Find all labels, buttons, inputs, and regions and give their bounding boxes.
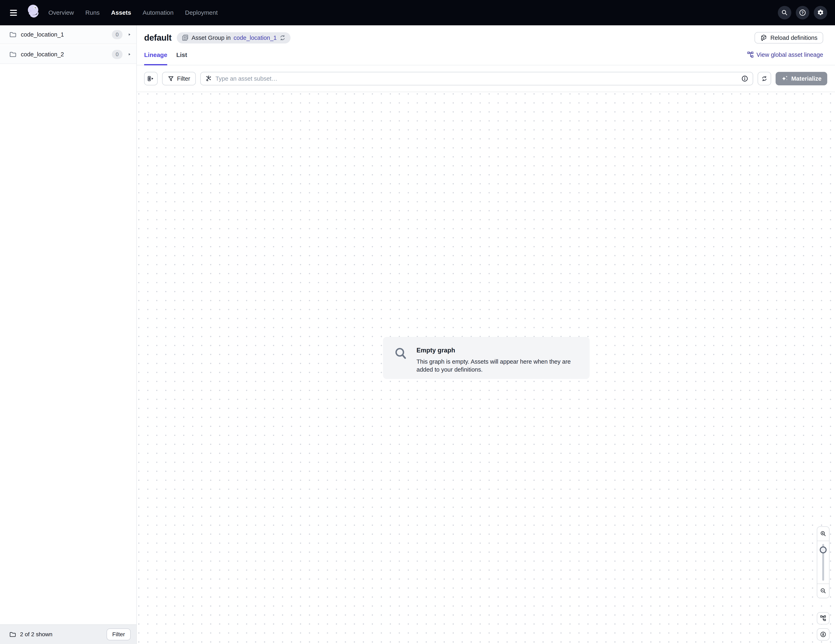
view-global-asset-lineage-link[interactable]: View global asset lineage (747, 52, 823, 58)
sidebar-footer: 2 of 2 shown Filter (0, 624, 136, 644)
search-icon (781, 9, 788, 16)
nav-item-assets[interactable]: Assets (111, 9, 131, 16)
materialize-label: Materialize (791, 75, 822, 82)
zoom-slider-thumb[interactable] (820, 546, 827, 553)
nav-item-runs[interactable]: Runs (85, 9, 100, 16)
download-image-button[interactable] (817, 628, 830, 641)
zoom-control-panel (817, 526, 830, 598)
location-name: code_location_2 (21, 51, 107, 58)
asset-subset-input[interactable] (215, 75, 738, 82)
asset-group-content: default Asset Group in code_location_1 (137, 25, 835, 644)
shown-count-summary: 2 of 2 shown (20, 631, 52, 637)
asset-subset-input-wrapper (200, 72, 753, 85)
magnifier-icon (394, 347, 408, 361)
sidebar-item-code-location-2[interactable]: code_location_2 0 (0, 45, 136, 64)
badge-prefix-text: Asset Group in (192, 34, 231, 41)
empty-graph-card: Empty graph This graph is empty. Assets … (383, 337, 590, 379)
lineage-toolbar: Filter (137, 65, 835, 92)
filter-button-label: Filter (177, 75, 190, 82)
settings-button[interactable] (814, 6, 827, 20)
zoom-out-icon (820, 588, 827, 594)
asset-count-badge: 0 (112, 30, 122, 39)
lineage-graph-icon (747, 52, 754, 58)
primary-nav: Overview Runs Assets Automation Deployme… (49, 9, 218, 16)
settings-gear-icon (817, 9, 824, 16)
empty-graph-body: This graph is empty. Assets will appear … (416, 358, 578, 374)
view-global-asset-lineage-label: View global asset lineage (756, 52, 823, 58)
expand-panel-icon (148, 76, 154, 82)
folder-icon (10, 31, 16, 37)
page-header: default Asset Group in code_location_1 (137, 25, 835, 44)
tab-lineage[interactable]: Lineage (144, 44, 167, 65)
zoom-out-button[interactable] (817, 584, 829, 598)
sidebar-item-code-location-1[interactable]: code_location_1 0 (0, 25, 136, 44)
hamburger-menu-icon[interactable] (10, 10, 17, 16)
sidebar-filter-button[interactable]: Filter (107, 628, 131, 640)
reload-definitions-icon (760, 34, 767, 41)
refresh-graph-button[interactable] (758, 72, 771, 85)
chevron-right-icon[interactable] (128, 52, 131, 56)
toggle-sidebar-panel-button[interactable] (144, 72, 158, 85)
main-row: code_location_1 0 code_location_2 0 (0, 25, 835, 644)
tab-list[interactable]: List (176, 44, 187, 65)
sparkle-icon (781, 75, 788, 82)
reload-definitions-button[interactable]: Reload definitions (755, 32, 823, 44)
reload-location-icon[interactable] (279, 35, 286, 41)
page-title: default (144, 33, 172, 43)
dagster-app: Overview Runs Assets Automation Deployme… (0, 0, 835, 644)
reload-definitions-label: Reload definitions (770, 34, 817, 41)
help-button[interactable]: ? (796, 6, 809, 20)
zoom-in-button[interactable] (817, 527, 829, 541)
asset-count-badge: 0 (112, 50, 122, 59)
location-name: code_location_1 (21, 31, 107, 38)
download-icon (820, 631, 827, 637)
asset-group-icon (182, 34, 188, 41)
nav-item-overview[interactable]: Overview (49, 9, 74, 16)
empty-graph-text: Empty graph This graph is empty. Assets … (416, 347, 578, 374)
zoom-in-icon (820, 530, 827, 537)
chevron-right-icon[interactable] (128, 33, 131, 36)
asset-group-badge: Asset Group in code_location_1 (177, 32, 291, 44)
asset-selection-icon (205, 75, 212, 82)
folder-icon (10, 631, 16, 637)
lineage-graph-icon (820, 615, 826, 621)
svg-text:?: ? (801, 11, 804, 15)
lineage-graph-canvas[interactable]: Empty graph This graph is empty. Assets … (137, 92, 835, 644)
fit-graph-button[interactable] (817, 612, 830, 624)
nav-item-automation[interactable]: Automation (143, 9, 174, 16)
materialize-button[interactable]: Materialize (776, 72, 827, 85)
graph-filter-button[interactable]: Filter (162, 72, 196, 85)
code-location-link[interactable]: code_location_1 (234, 34, 277, 41)
dagster-octopus-logo (26, 3, 41, 22)
top-nav: Overview Runs Assets Automation Deployme… (0, 0, 835, 25)
refresh-icon (761, 75, 768, 82)
folder-icon (10, 51, 16, 57)
info-icon[interactable] (741, 75, 748, 82)
asset-groups-sidebar: code_location_1 0 code_location_2 0 (0, 25, 137, 644)
empty-graph-title: Empty graph (416, 347, 578, 354)
search-button[interactable] (778, 6, 791, 20)
help-icon: ? (799, 9, 806, 16)
funnel-icon (168, 76, 174, 82)
tabs-row: Lineage List View global asset lineage (137, 44, 835, 65)
zoom-slider[interactable] (817, 541, 829, 584)
nav-item-deployment[interactable]: Deployment (185, 9, 218, 16)
